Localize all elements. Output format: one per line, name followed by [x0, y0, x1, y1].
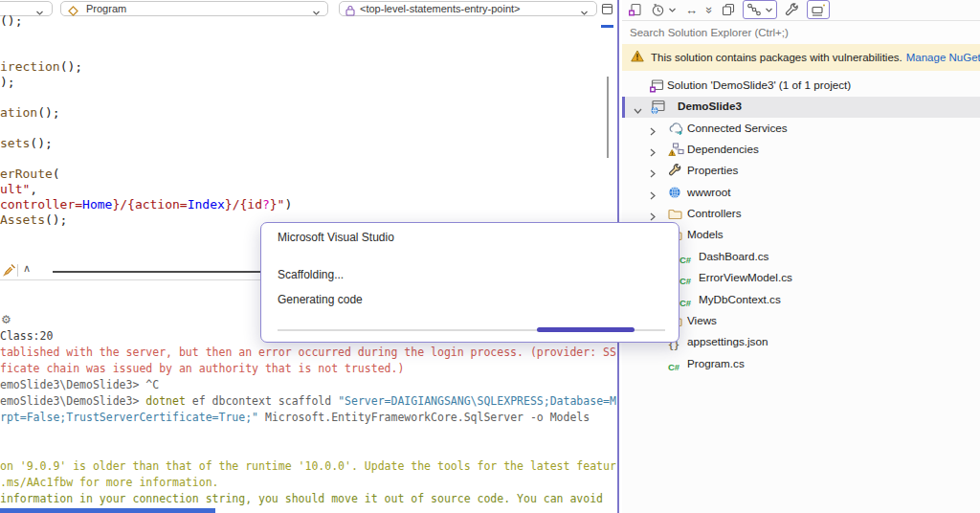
- manage-nuget-link[interactable]: Manage NuGet Pa: [906, 52, 980, 63]
- selection-indicator: [622, 97, 625, 118]
- tree-item-dependencies[interactable]: Dependencies: [622, 140, 980, 161]
- terminal-line: information in your connection string, y…: [0, 491, 617, 507]
- tree-item-label: ErrorViewModel.cs: [699, 271, 792, 283]
- terminal-line: [0, 426, 617, 442]
- tree-item-label: DashBoard.cs: [699, 250, 768, 262]
- gear-icon[interactable]: ⚙: [1, 313, 11, 326]
- output-terminal[interactable]: Class:20tablished with the server, but t…: [0, 328, 617, 507]
- terminal-line: [0, 442, 617, 458]
- divider: [17, 264, 18, 277]
- dialog-status-line2: Generating code: [278, 293, 363, 306]
- tree-item-program-cs[interactable]: C#Program.cs: [622, 354, 980, 375]
- tree-item-label: Solution 'DemoSlide3' (1 of 1 project): [667, 78, 851, 91]
- chevron-up-icon[interactable]: ∧: [23, 262, 31, 275]
- solution-explorer-toolbar: ↔»: [622, 0, 980, 19]
- search-box: [622, 20, 980, 45]
- dialog-title: Microsoft Visual Studio: [278, 231, 394, 244]
- code-line: [0, 151, 601, 167]
- terminal-selection-bar: [0, 508, 215, 513]
- connected-services-icon: [668, 122, 684, 139]
- terminal-line: on '9.0.9' is older than that of the run…: [0, 458, 617, 475]
- tree-item-label: Properties: [687, 164, 738, 176]
- vs-window: Program <top-level-statements-entry-poin…: [0, 0, 980, 513]
- tree-item-label: Connected Services: [687, 122, 788, 134]
- terminal-line: .ms/AAc1fbw for more information.: [0, 475, 617, 491]
- properties-icon: [668, 164, 682, 181]
- progress-bar: [278, 327, 665, 333]
- code-line: ult",: [0, 182, 601, 197]
- scrollbar-thumb[interactable]: [607, 77, 609, 158]
- code-line: erRoute(: [0, 167, 601, 182]
- code-line: [0, 90, 601, 105]
- tree-item-label: DemoSlide3: [678, 100, 742, 112]
- terminal-line: emoSlide3\DemoSlide3> ^C: [0, 377, 617, 393]
- progress-thumb: [537, 327, 634, 332]
- sync-icon[interactable]: ↔: [684, 1, 699, 18]
- code-line: [0, 29, 601, 44]
- code-line: [0, 121, 601, 136]
- tree-item-label: Models: [687, 228, 724, 240]
- wwwroot-icon: [668, 186, 681, 203]
- copy-icon[interactable]: [721, 1, 736, 18]
- project-icon: [650, 100, 665, 118]
- csharp-icon: C#: [679, 250, 691, 267]
- chevron-right-icon[interactable]: [649, 145, 657, 162]
- csharp-icon: C#: [679, 293, 691, 310]
- tree-item-label: MyDbContext.cs: [699, 293, 781, 305]
- terminal-line: emoSlide3\DemoSlide3> dotnet ef dbcontex…: [0, 393, 617, 410]
- code-line: ();: [0, 13, 601, 29]
- file-nesting-icon[interactable]: [743, 0, 777, 19]
- csharp-icon: C#: [668, 357, 679, 374]
- dependencies-icon: [668, 143, 684, 161]
- terminal-line: tablished with the server, but then an e…: [0, 345, 617, 361]
- terminal-line: ficate chain was issued by an authority …: [0, 361, 617, 377]
- warning-text: This solution contains packages with vul…: [651, 52, 902, 63]
- tree-item-solution-demoslide3-1-of-1-project[interactable]: Solution 'DemoSlide3' (1 of 1 project): [622, 76, 980, 97]
- code-area[interactable]: (); irection();); ation(); sets(); erRou…: [0, 13, 601, 228]
- chevron-down-icon[interactable]: [633, 101, 643, 119]
- tree-item-connected-services[interactable]: Connected Services: [622, 119, 980, 140]
- csharp-icon: C#: [679, 271, 691, 288]
- code-line: );: [0, 75, 601, 90]
- tree-item-properties[interactable]: Properties: [622, 161, 980, 182]
- warning-icon: [631, 49, 644, 66]
- solution-icon: [649, 78, 664, 97]
- scaffolding-progress-dialog: Microsoft Visual Studio Scaffolding... G…: [260, 222, 679, 343]
- code-line: ation();: [0, 105, 601, 121]
- tree-item-wwwroot[interactable]: wwwroot: [622, 183, 980, 204]
- code-line: irection();: [0, 59, 601, 75]
- code-line: sets();: [0, 136, 601, 151]
- tree-item-label: wwwroot: [687, 186, 730, 198]
- tree-item-label: appsettings.json: [687, 335, 768, 347]
- tree-item-label: Views: [687, 314, 717, 326]
- dialog-status-line1: Scaffolding...: [278, 268, 344, 281]
- scrollbar-annotation: [601, 25, 613, 28]
- collapse-all-icon[interactable]: »: [705, 1, 714, 18]
- chevron-right-icon[interactable]: [649, 123, 657, 141]
- history-icon[interactable]: [650, 1, 678, 18]
- document-icon[interactable]: [601, 2, 613, 19]
- terminal-line: rpt=False;TrustServerCertificate=True;" …: [0, 410, 617, 426]
- tree-item-label: Program.cs: [687, 357, 745, 369]
- search-input[interactable]: [622, 21, 980, 44]
- vulnerability-warning-bar: This solution contains packages with vul…: [622, 44, 980, 71]
- code-line: [0, 44, 601, 59]
- switch-views-icon[interactable]: [627, 1, 643, 18]
- tree-item-demoslide3[interactable]: DemoSlide3: [622, 97, 980, 118]
- chevron-right-icon[interactable]: [649, 188, 657, 205]
- properties-wrench-icon[interactable]: [784, 1, 800, 18]
- chevron-right-icon[interactable]: [649, 166, 657, 183]
- tree-item-label: Controllers: [687, 207, 742, 219]
- preview-icon[interactable]: [807, 0, 830, 19]
- code-line: controller=Home}/{action=Index}/{id?}"): [0, 197, 601, 212]
- tree-item-label: Dependencies: [687, 143, 759, 155]
